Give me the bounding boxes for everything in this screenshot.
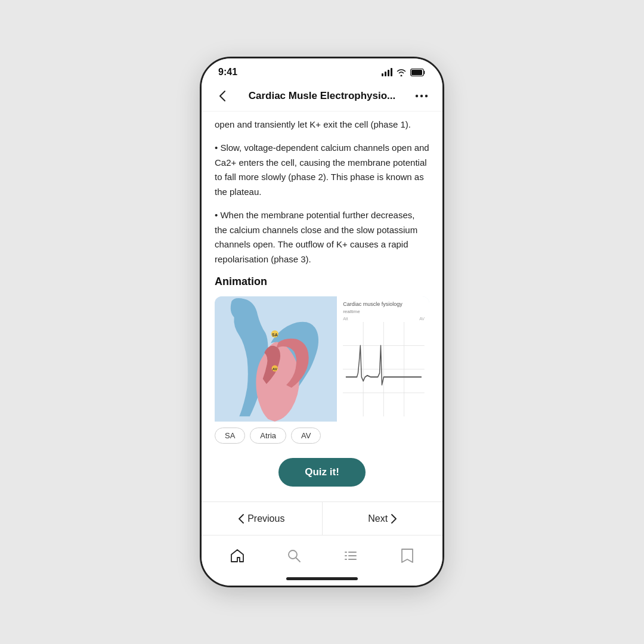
nav-list[interactable] — [322, 535, 379, 575]
svg-line-16 — [296, 558, 300, 562]
battery-icon — [410, 69, 426, 76]
ecg-chart — [343, 322, 425, 416]
tab-av[interactable]: AV — [291, 428, 321, 444]
wifi-icon — [396, 69, 407, 76]
heart-illustration: SA AV — [215, 296, 337, 422]
previous-label: Previous — [247, 513, 284, 524]
next-label: Next — [368, 513, 388, 524]
tab-atria[interactable]: Atria — [250, 428, 286, 444]
chevron-right-icon — [391, 514, 397, 524]
page-title: Cardiac Musle Electrophysio... — [237, 90, 407, 102]
svg-rect-17 — [345, 552, 347, 553]
svg-rect-22 — [348, 559, 357, 560]
svg-text:AV: AV — [273, 367, 278, 371]
bottom-nav — [202, 535, 442, 575]
signal-icon — [382, 68, 392, 76]
animation-widget[interactable]: SA AV Cardiac muscle fysiology realtime — [215, 296, 429, 447]
svg-rect-1 — [411, 70, 422, 75]
svg-point-2 — [416, 95, 418, 97]
svg-rect-20 — [348, 555, 357, 556]
ecg-time-row: Att AV — [343, 317, 425, 321]
phone-frame: 9:41 — [200, 57, 444, 587]
svg-rect-18 — [348, 552, 357, 553]
nav-search[interactable] — [265, 535, 322, 575]
paragraph-2: • Slow, voltage-dependent calcium channe… — [215, 141, 429, 200]
ecg-panel: Cardiac muscle fysiology realtime Att AV — [337, 296, 429, 422]
heart-panel: SA AV — [215, 296, 337, 422]
status-bar: 9:41 — [202, 58, 442, 81]
ecg-realtime: realtime — [343, 309, 425, 314]
nav-home[interactable] — [209, 535, 265, 575]
back-button[interactable] — [212, 86, 233, 106]
navigation-bar: Cardiac Musle Electrophysio... — [202, 81, 442, 112]
animation-title: Animation — [215, 275, 429, 288]
svg-point-3 — [420, 95, 423, 97]
status-time: 9:41 — [218, 67, 237, 78]
ecg-label: Cardiac muscle fysiology — [343, 301, 425, 308]
quiz-button-wrap: Quiz it! — [215, 458, 429, 487]
nav-bookmark[interactable] — [379, 535, 435, 575]
paragraph-1: open and transiently let K+ exit the cel… — [215, 117, 429, 132]
search-icon — [287, 549, 301, 563]
home-icon — [230, 548, 245, 564]
tab-sa[interactable]: SA — [215, 428, 245, 444]
status-icons — [382, 68, 426, 76]
content-area[interactable]: open and transiently let K+ exit the cel… — [202, 112, 442, 501]
more-button[interactable] — [411, 86, 432, 106]
paragraph-3: • When the membrane potential further de… — [215, 208, 429, 267]
next-button[interactable]: Next — [323, 502, 443, 535]
pagination-bar: Previous Next — [202, 501, 442, 535]
svg-rect-21 — [345, 559, 347, 560]
list-icon — [343, 549, 358, 563]
quiz-button[interactable]: Quiz it! — [278, 458, 366, 487]
chevron-left-icon — [239, 514, 244, 524]
svg-text:SA: SA — [272, 332, 278, 336]
home-indicator — [286, 577, 358, 580]
bookmark-icon — [401, 548, 414, 564]
svg-rect-19 — [345, 555, 347, 556]
previous-button[interactable]: Previous — [202, 502, 323, 535]
animation-tabs: SA Atria AV — [215, 428, 429, 444]
svg-point-4 — [425, 95, 428, 97]
animation-panels: SA AV Cardiac muscle fysiology realtime — [215, 296, 429, 422]
